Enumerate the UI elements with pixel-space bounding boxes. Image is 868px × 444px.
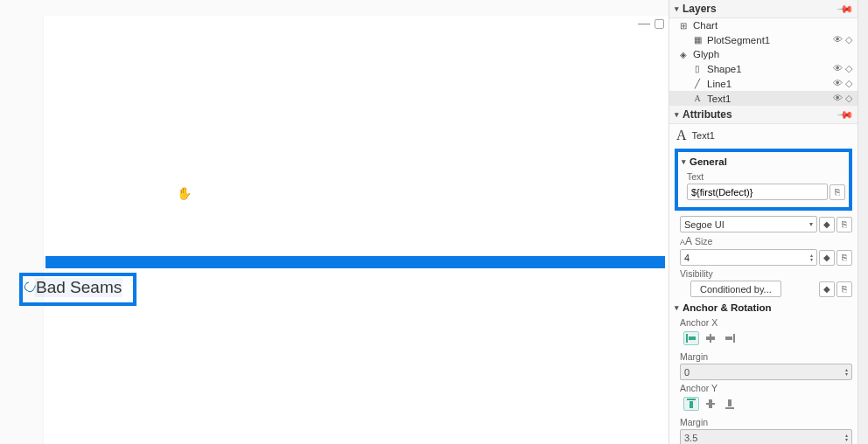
layer-line1[interactable]: ╱ Line1 👁 ◇: [669, 76, 858, 91]
layers-title: Layers: [682, 3, 717, 15]
layers-panel-header[interactable]: ▾ Layers 📌: [669, 0, 858, 18]
conditioned-by-button[interactable]: Conditioned by...: [690, 281, 781, 297]
anchor-y-top[interactable]: [683, 397, 699, 411]
eye-icon[interactable]: 👁: [833, 93, 843, 104]
margin-y-input[interactable]: 3.5 ▴▾: [680, 429, 852, 444]
svg-rect-10: [725, 407, 734, 409]
anchor-group-header[interactable]: ▾ Anchor & Rotation: [675, 301, 852, 315]
svg-rect-5: [725, 336, 732, 340]
pin-icon[interactable]: 📌: [836, 0, 855, 17]
text-field-label: Text: [682, 169, 845, 184]
shape-icon: ▯: [692, 64, 703, 74]
anchor-x-right[interactable]: [722, 331, 738, 345]
font-dropdown[interactable]: Segoe UI ▾: [680, 216, 817, 232]
general-group-header[interactable]: ▾ General: [682, 155, 845, 169]
layer-glyph[interactable]: ◈ Glyph: [669, 47, 858, 61]
attributes-selection: A Text1: [669, 124, 858, 147]
general-group-highlight: ▾ General Text ⎘: [675, 149, 852, 211]
anchor-y-label: Anchor Y: [675, 380, 852, 395]
svg-rect-4: [733, 334, 735, 343]
glyph-bar[interactable]: [46, 256, 665, 268]
line-icon: ╱: [692, 79, 703, 89]
text-icon: A: [692, 94, 703, 104]
text-value-input[interactable]: [687, 184, 828, 200]
bind-data-icon[interactable]: ⎘: [836, 217, 852, 232]
layer-text1[interactable]: A Text1 👁 ◇: [669, 91, 858, 106]
erase-icon[interactable]: ◇: [845, 93, 852, 104]
eye-icon[interactable]: 👁: [833, 78, 843, 89]
attributes-selection-label: Text1: [692, 130, 715, 141]
text-icon: A: [676, 128, 687, 143]
bind-data-icon[interactable]: ⎘: [836, 250, 852, 266]
reset-icon[interactable]: ◆: [819, 281, 835, 297]
margin-y-label: Margin: [675, 414, 852, 429]
anchor-x-center[interactable]: [703, 331, 718, 345]
glyph-text[interactable]: Bad Seams: [35, 278, 122, 297]
anchor-y-middle[interactable]: [703, 397, 718, 411]
anchor-y-options: [675, 395, 852, 414]
size-input[interactable]: 4 ▴▾: [680, 249, 817, 266]
chart-icon: ⊞: [678, 20, 689, 31]
plot-segment-icon: ▦: [692, 35, 703, 45]
bind-data-icon[interactable]: ⎘: [836, 281, 852, 297]
reset-icon[interactable]: ◆: [819, 250, 835, 266]
svg-rect-1: [689, 336, 696, 340]
svg-rect-9: [709, 399, 712, 408]
bind-data-icon[interactable]: ⎘: [830, 184, 845, 200]
scrollbar[interactable]: [858, 0, 868, 444]
anchor-x-left[interactable]: [683, 331, 699, 345]
chevron-down-icon: ▾: [809, 220, 813, 228]
chevron-down-icon: ▾: [675, 110, 679, 119]
layer-shape1[interactable]: ▯ Shape1 👁 ◇: [669, 61, 858, 76]
eye-icon[interactable]: 👁: [833, 34, 843, 45]
margin-x-label: Margin: [675, 349, 852, 364]
canvas[interactable]: — ▢: [44, 16, 668, 444]
attributes-panel-header[interactable]: ▾ Attributes 📌: [669, 106, 858, 124]
glyph-icon: ◈: [678, 49, 689, 59]
reset-icon[interactable]: ◆: [819, 217, 835, 232]
size-field-label: AA Size: [675, 232, 852, 249]
chevron-down-icon: ▾: [675, 303, 679, 312]
anchor-y-bottom[interactable]: [722, 397, 738, 411]
svg-rect-6: [687, 399, 696, 400]
erase-icon[interactable]: ◇: [845, 34, 852, 45]
hand-cursor-icon: ✋: [177, 186, 192, 200]
eye-icon[interactable]: 👁: [833, 63, 843, 74]
canvas-area[interactable]: — ▢ ✋ Bad Seams: [0, 0, 668, 444]
erase-icon[interactable]: ◇: [845, 63, 852, 74]
svg-rect-11: [728, 399, 732, 406]
close-icon[interactable]: ▢: [654, 16, 665, 30]
chevron-down-icon: ▾: [682, 157, 686, 166]
layer-chart[interactable]: ⊞ Chart: [669, 18, 858, 32]
right-panel: ▾ Layers 📌 ⊞ Chart ▦ PlotSegment1 👁 ◇ ◈ …: [668, 0, 858, 444]
anchor-x-label: Anchor X: [675, 315, 852, 330]
attributes-title: Attributes: [682, 108, 732, 121]
svg-rect-7: [690, 401, 693, 408]
minimize-icon[interactable]: —: [638, 16, 650, 30]
chevron-down-icon: ▾: [675, 4, 679, 13]
svg-rect-3: [706, 336, 715, 340]
margin-x-input[interactable]: 0 ▴▾: [680, 364, 852, 380]
anchor-x-options: [675, 330, 852, 349]
erase-icon[interactable]: ◇: [845, 78, 852, 89]
layer-plotsegment1[interactable]: ▦ PlotSegment1 👁 ◇: [669, 32, 858, 47]
svg-rect-0: [686, 334, 688, 343]
pin-icon[interactable]: 📌: [836, 106, 855, 124]
visibility-label: Visibility: [675, 266, 852, 281]
